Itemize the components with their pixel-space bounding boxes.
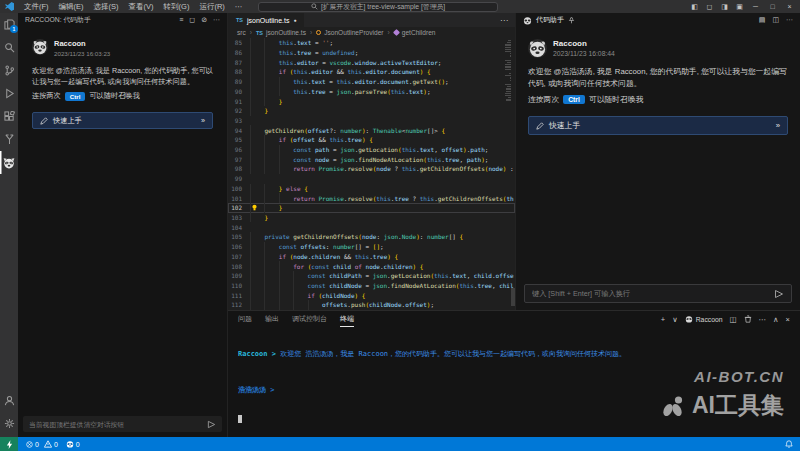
breadcrumb-item[interactable]: getChildren [394, 29, 436, 36]
code-line[interactable]: 97const node = json.findNodeAtLocation(t… [228, 154, 515, 164]
code-line[interactable]: 108for (const child of node.children) { [228, 261, 515, 271]
code-line[interactable]: 106const offsets: number[] = []; [228, 242, 515, 252]
panel-more-actions-icon[interactable]: ⋯ [759, 315, 767, 324]
terminal-profile-dropdown-icon[interactable]: ∨ [672, 315, 678, 324]
kill-terminal-icon[interactable] [744, 315, 752, 323]
maximize-panel-icon[interactable]: ∧ [773, 315, 779, 324]
code-line[interactable]: 98return Promise.resolve(node ? this.get… [228, 164, 515, 174]
clear-chat-icon[interactable]: ⊘ [201, 16, 207, 24]
editor-layout-icon[interactable]: ▤ [759, 16, 766, 24]
code-line[interactable]: 109const childPath = json.getLocation(th… [228, 271, 515, 281]
code-line[interactable]: 91} [228, 96, 515, 106]
sidebar-item-raccoon[interactable] [0, 151, 18, 174]
lightbulb-icon[interactable] [251, 204, 258, 211]
panel-tab[interactable]: 调试控制台 [292, 311, 327, 327]
raccoon-status[interactable]: 0 [66, 440, 80, 448]
settings-gear[interactable] [0, 412, 18, 435]
terminal-profile[interactable]: Raccoon [685, 315, 723, 323]
panel-tab[interactable]: 问题 [238, 311, 252, 327]
panel-tab[interactable]: 输出 [265, 311, 279, 327]
code-line[interactable]: 99 [228, 174, 515, 184]
toggle-secondary-sidebar-icon[interactable]: ◨ [717, 3, 732, 11]
code-line[interactable]: 93 [228, 116, 515, 126]
code-line[interactable]: 86this.tree = undefined; [228, 48, 515, 58]
toggle-panel-icon[interactable]: ◻ [702, 3, 717, 11]
layout-icons[interactable]: ◧◻◨▣ [687, 3, 747, 11]
sidebar-chat-input[interactable] [29, 421, 203, 428]
breadcrumb-item[interactable]: TSjsonOutline.ts [256, 29, 306, 36]
code-line[interactable]: 88if (this.editor && this.editor.documen… [228, 67, 515, 77]
menu-item[interactable]: 编辑(E) [54, 2, 89, 12]
code-line[interactable]: 105private getChildrenOffsets(node: json… [228, 232, 515, 242]
code-token: = [326, 88, 337, 95]
code-line[interactable]: 111if (childNode) { [228, 290, 515, 300]
minimap[interactable] [505, 38, 515, 310]
quick-start-button[interactable]: 快速上手 » [32, 112, 213, 129]
more-actions-icon[interactable]: ⋯ [786, 16, 793, 24]
pin-icon[interactable] [568, 17, 575, 24]
breadcrumb-item[interactable]: src [237, 29, 246, 36]
code-line[interactable]: 112offsets.push(childNode.offset); [228, 300, 515, 310]
menu-item[interactable]: 选择(S) [89, 2, 124, 12]
toggle-primary-sidebar-icon[interactable]: ◧ [687, 3, 702, 11]
sidebar-item-run-debug[interactable] [0, 82, 18, 105]
new-terminal-icon[interactable]: + [661, 315, 665, 324]
menu-item[interactable]: ⋯ [230, 2, 248, 11]
close-button[interactable]: × [781, 3, 798, 10]
remote-indicator[interactable] [0, 437, 18, 451]
sidebar-item-explorer[interactable]: 1 [0, 13, 18, 36]
code-line[interactable]: 100} else { [228, 184, 515, 194]
editor-more-actions-icon[interactable]: ⋯ [493, 13, 515, 27]
code-line[interactable]: 87this.editor = vscode.window.activeText… [228, 57, 515, 67]
breadcrumb-item[interactable]: JsonOutlineProvider [316, 29, 383, 36]
split-terminal-icon[interactable]: ◫ [730, 315, 737, 324]
code-line[interactable]: 94getChildren(offset?: number): Thenable… [228, 125, 515, 135]
scrollbar-thumb[interactable] [511, 288, 515, 306]
open-in-editor-icon[interactable]: ◻ [189, 16, 195, 24]
menu-item[interactable]: 文件(F) [19, 2, 54, 12]
sidebar-item-extensions[interactable] [0, 105, 18, 128]
code-token: } [279, 204, 283, 211]
code-line[interactable]: 110const childNode = json.findNodeAtLoca… [228, 281, 515, 291]
close-panel-icon[interactable]: × [786, 315, 790, 324]
more-actions-icon[interactable]: ⋯ [213, 16, 220, 24]
tab-assistant[interactable]: 代码助手 [536, 15, 564, 25]
view-menu-icon[interactable]: ≡ [179, 16, 183, 24]
customize-layout-icon[interactable]: ▣ [732, 3, 747, 11]
menu-item[interactable]: 转到(G) [159, 2, 195, 12]
code-editor[interactable]: 85this.text = '';86this.tree = undefined… [228, 38, 515, 310]
code-line[interactable]: 107if (node.children && this.tree) { [228, 251, 515, 261]
code-line[interactable]: 95if (offset && this.tree) { [228, 135, 515, 145]
explorer-badge: 1 [10, 25, 18, 33]
code-line[interactable]: 104 [228, 222, 515, 232]
tab-jsonoutline[interactable]: TS jsonOutline.ts ● [228, 13, 305, 27]
send-icon[interactable] [207, 420, 216, 429]
menu-item[interactable]: 运行(R) [194, 2, 229, 12]
code-token: private [264, 233, 289, 240]
code-line[interactable]: 101return Promise.resolve(this.tree ? th… [228, 193, 515, 203]
code-line[interactable]: 89this.text = this.editor.document.getTe… [228, 77, 515, 87]
sidebar-item-source-control[interactable] [0, 59, 18, 82]
menu-item[interactable]: 查看(V) [124, 2, 159, 12]
quick-start-button[interactable]: 快速上手 » [528, 116, 788, 135]
code-line[interactable]: 102} [228, 203, 515, 213]
sidebar-item-tree-view[interactable] [0, 128, 18, 151]
panel-tab[interactable]: 终端 [340, 311, 354, 327]
sidebar-item-search[interactable] [0, 36, 18, 59]
send-icon[interactable] [774, 289, 784, 299]
code-line[interactable]: 90this.tree = json.parseTree(this.text); [228, 87, 515, 97]
code-line[interactable]: 103} [228, 213, 515, 223]
sidebar-item-account[interactable] [0, 389, 18, 412]
maximize-button[interactable]: □ [764, 3, 781, 10]
code-line[interactable]: 96const path = json.getLocation(this.tex… [228, 145, 515, 155]
code-line[interactable]: 92} [228, 106, 515, 116]
assistant-chat-input[interactable] [532, 289, 770, 298]
command-center-search[interactable]: [扩展开发宿主] tree-view-sample [管理员] [258, 2, 498, 12]
split-editor-icon[interactable]: ◫ [772, 16, 779, 24]
hint-text-prefix: 连按两次 [528, 94, 559, 105]
errors-warnings[interactable]: 0 0 [26, 440, 58, 448]
watermark-brand: AI工具集 [692, 390, 784, 421]
code-line[interactable]: 85this.text = ''; [228, 38, 515, 48]
minimize-button[interactable]: ─ [747, 3, 764, 10]
notifications-bell[interactable] [785, 440, 793, 448]
